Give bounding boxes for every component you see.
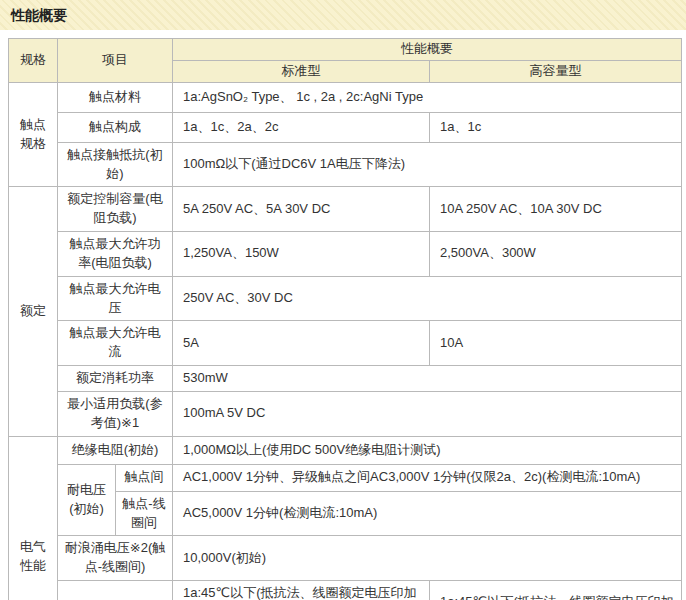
group-rated: 额定 [9, 187, 58, 436]
row-contact-resistance-value: 100mΩ以下(通过DC6V 1A电压下降法) [173, 142, 682, 187]
group-electrical: 电气性能 [9, 436, 58, 600]
row-contact-arrangement-high-capacity: 1a、1c [430, 112, 682, 142]
row-max-switching-current-high-capacity: 10A [430, 321, 682, 366]
table-row: 触点最大允许功率(电阻负载) 1,250VA、150W 2,500VA、300W [9, 232, 682, 277]
row-min-applicable-load-label: 最小适用负载(参考值)※1 [58, 391, 173, 436]
table-row: 电气性能 绝缘电阻(初始) 1,000MΩ以上(使用DC 500V绝缘电阻计测试… [9, 436, 682, 464]
row-rated-control-capacity-high-capacity: 10A 250V AC、10A 30V DC [430, 187, 682, 232]
table-row: 触点构成 1a、1c、2a、2c 1a、1c [9, 112, 682, 142]
header-summary: 性能概要 [173, 39, 682, 61]
table-row: 额定消耗功率 530mW [9, 366, 682, 392]
header-high-capacity: 高容量型 [430, 60, 682, 82]
row-surge-voltage-label: 耐浪涌电压※2(触点-线圈间) [58, 536, 173, 581]
table-row: 额定 额定控制容量(电阻负载) 5A 250V AC、5A 30V DC 10A… [9, 187, 682, 232]
row-coil-temperature-rise-standard: 1a:45℃以下(抵抗法、线圈额定电压印加 时、触点额定控制容量下) 1c、2a… [173, 581, 430, 600]
table-row: 触点规格 触点材料 1a:AgSnO₂ Type、 1c , 2a , 2c:A… [9, 82, 682, 112]
row-max-switching-power-high-capacity: 2,500VA、300W [430, 232, 682, 277]
row-contact-arrangement-standard: 1a、1c、2a、2c [173, 112, 430, 142]
header-spec: 规格 [9, 39, 58, 83]
row-dielectric-between-contacts-label: 触点间 [116, 464, 173, 491]
row-rated-power-consumption-value: 530mW [173, 366, 682, 392]
table-row: 耐电压(初始) 触点间 AC1,000V 1分钟、异级触点之间AC3,000V … [9, 464, 682, 491]
row-insulation-resistance-label: 绝缘电阻(初始) [58, 436, 173, 464]
row-rated-control-capacity-standard: 5A 250V AC、5A 30V DC [173, 187, 430, 232]
row-insulation-resistance-value: 1,000MΩ以上(使用DC 500V绝缘电阻计测试) [173, 436, 682, 464]
page-title: 性能概要 [11, 7, 67, 23]
header-standard: 标准型 [173, 60, 430, 82]
row-max-switching-power-standard: 1,250VA、150W [173, 232, 430, 277]
header-item: 项目 [58, 39, 173, 83]
row-coil-temperature-rise-label: 线圈温度上升值 (at20℃) [58, 581, 173, 600]
row-max-switching-voltage-value: 250V AC、30V DC [173, 276, 682, 321]
table-row: 触点最大允许电压 250V AC、30V DC [9, 276, 682, 321]
table-row: 线圈温度上升值 (at20℃) 1a:45℃以下(抵抗法、线圈额定电压印加 时、… [9, 581, 682, 600]
row-coil-temperature-rise-high-capacity: 1a:45℃以下(抵抗法、线圈额定电压印加 时、触点额定控制容量下) 1c:55… [430, 581, 682, 600]
table-row: 触点接触抵抗(初始) 100mΩ以下(通过DC6V 1A电压下降法) [9, 142, 682, 187]
row-dielectric-contact-coil-label: 触点-线圈间 [116, 491, 173, 536]
row-min-applicable-load-value: 100mA 5V DC [173, 391, 682, 436]
row-max-switching-current-label: 触点最大允许电流 [58, 321, 173, 366]
table-row: 最小适用负载(参考值)※1 100mA 5V DC [9, 391, 682, 436]
table-row: 耐浪涌电压※2(触点-线圈间) 10,000V(初始) [9, 536, 682, 581]
row-contact-material-label: 触点材料 [58, 82, 173, 112]
row-rated-control-capacity-label: 额定控制容量(电阻负载) [58, 187, 173, 232]
row-contact-material-value: 1a:AgSnO₂ Type、 1c , 2a , 2c:AgNi Type [173, 82, 682, 112]
row-dielectric-between-contacts-value: AC1,000V 1分钟、异级触点之间AC3,000V 1分钟(仅限2a、2c)… [173, 464, 682, 491]
row-max-switching-power-label: 触点最大允许功率(电阻负载) [58, 232, 173, 277]
row-max-switching-voltage-label: 触点最大允许电压 [58, 276, 173, 321]
group-contact-spec: 触点规格 [9, 82, 58, 187]
performance-summary-table: 规格 项目 性能概要 标准型 高容量型 触点规格 触点材料 1a:AgSnO₂ … [8, 38, 682, 600]
row-contact-resistance-label: 触点接触抵抗(初始) [58, 142, 173, 187]
row-contact-arrangement-label: 触点构成 [58, 112, 173, 142]
row-rated-power-consumption-label: 额定消耗功率 [58, 366, 173, 392]
table-row: 触点最大允许电流 5A 10A [9, 321, 682, 366]
row-surge-voltage-value: 10,000V(初始) [173, 536, 682, 581]
row-dielectric-strength-label: 耐电压(初始) [58, 464, 116, 536]
page-title-bar: 性能概要 [0, 0, 686, 30]
row-max-switching-current-standard: 5A [173, 321, 430, 366]
row-dielectric-contact-coil-value: AC5,000V 1分钟(检测电流:10mA) [173, 491, 682, 536]
